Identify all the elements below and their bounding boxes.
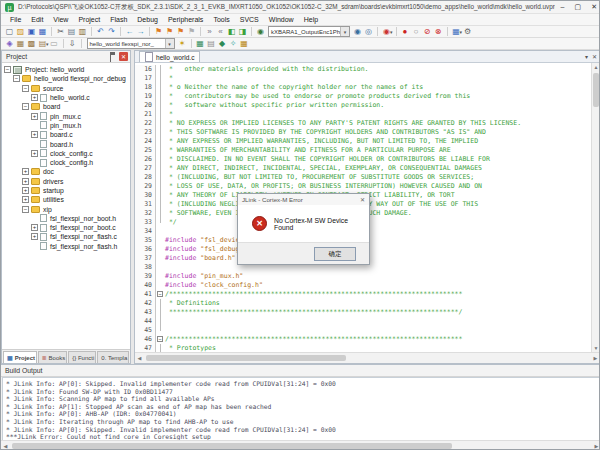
ok-button[interactable]: 确定 [314, 247, 356, 261]
tree-item-hello-world-c[interactable]: +hello_world.c [2, 93, 130, 102]
tree-expander-collapse-icon[interactable]: − [22, 206, 29, 213]
menu-debug[interactable]: Debug [132, 16, 163, 23]
tree-expander-expand-icon[interactable]: + [22, 196, 29, 203]
editor-horizontal-scrollbar[interactable]: ◀ ▶ [135, 352, 600, 363]
symbol-search-combo[interactable]: kXBARA1_OutputEnc1Ph▾ [268, 26, 350, 37]
paste-icon[interactable]: ▥ [77, 27, 88, 37]
panel-tab-0-templa[interactable]: 0. Templa [97, 351, 129, 363]
chevron-down-icon[interactable]: ▾ [340, 27, 349, 36]
kill-all-breakpoints-icon[interactable]: ⊗ [433, 27, 444, 37]
indent-icon[interactable]: » [204, 27, 215, 37]
tree-expander-collapse-icon[interactable]: − [13, 75, 20, 82]
tree-expander-collapse-icon[interactable]: − [22, 103, 29, 110]
menu-file[interactable]: File [5, 16, 26, 23]
tree-item-project-hello-world[interactable]: −Project: hello_world [2, 65, 130, 74]
manage-project-items-icon[interactable]: ▤ [206, 39, 217, 49]
panel-tab-functi[interactable]: {} Functi [68, 351, 96, 363]
tree-item-pin-mux-h[interactable]: pin_mux.h [2, 121, 130, 130]
download-icon[interactable]: ⇩ [67, 39, 78, 49]
disable-all-breakpoints-icon[interactable]: ⊘ [422, 27, 433, 37]
tree-expander-expand-icon[interactable]: + [31, 113, 38, 120]
editor-tab-hello-world-c[interactable]: hello_world.c [139, 51, 200, 62]
rebuild-all-icon[interactable]: ▩ [26, 39, 37, 49]
pin-icon[interactable] [110, 52, 115, 62]
menu-flash[interactable]: Flash [105, 16, 132, 23]
tree-item-fsl-flexspi-nor-flash-c[interactable]: +fsl_flexspi_nor_flash.c [2, 232, 130, 241]
tree-item-xip[interactable]: −xip [2, 204, 130, 213]
configure-icon[interactable]: ⚙ [462, 27, 473, 37]
tree-item-clock-config-c[interactable]: +clock_config.c [2, 149, 130, 158]
save-icon[interactable]: ▣ [26, 27, 37, 37]
open-file-icon[interactable]: ▨ [15, 27, 26, 37]
tree-expander-expand-icon[interactable]: + [31, 150, 38, 157]
menu-window[interactable]: Window [264, 16, 299, 23]
incremental-find-icon[interactable]: ◎ [363, 27, 374, 37]
undo-icon[interactable]: ↶ [95, 27, 106, 37]
bookmark-clear-all-icon[interactable]: ⚑ [186, 27, 197, 37]
tree-item-doc[interactable]: +doc [2, 167, 130, 176]
tree-expander-expand-icon[interactable]: + [22, 178, 29, 185]
redo-icon[interactable]: ↷ [106, 27, 117, 37]
editor-vertical-scrollbar[interactable]: ▲ ▼ [591, 63, 600, 352]
tree-item-utilities[interactable]: +utilities [2, 195, 130, 204]
scroll-left-icon[interactable]: ◀ [1, 443, 10, 449]
scroll-right-icon[interactable]: ▶ [591, 355, 600, 361]
scroll-left-icon[interactable]: ◀ [135, 355, 144, 361]
uncomment-icon[interactable]: ◨ [237, 27, 248, 37]
fold-gutter[interactable]: − [156, 335, 165, 344]
tree-expander-collapse-icon[interactable]: − [22, 85, 29, 92]
save-all-icon[interactable]: ▦ [37, 27, 48, 37]
menu-project[interactable]: Project [73, 16, 105, 23]
menu-help[interactable]: Help [299, 16, 323, 23]
horizontal-scroll-thumb[interactable] [146, 355, 346, 361]
project-panel-close-icon[interactable]: ✕ [119, 52, 128, 61]
comment-icon[interactable]: ◧ [226, 27, 237, 37]
tree-expander-expand-icon[interactable]: + [31, 224, 38, 231]
tree-item-clock-config-h[interactable]: clock_config.h [2, 158, 130, 167]
bookmark-next-icon[interactable]: ⚑ [175, 27, 186, 37]
stop-build-icon[interactable]: ▭ [49, 39, 60, 49]
horizontal-scroll-thumb[interactable] [12, 443, 452, 449]
tree-item-source[interactable]: −source [2, 84, 130, 93]
menu-edit[interactable]: Edit [26, 16, 48, 23]
tree-item-board-h[interactable]: board.h [2, 139, 130, 148]
fold-collapse-icon[interactable]: − [157, 291, 163, 297]
tree-item-hello-world-flexspi-nor-debug[interactable]: −hello_world flexspi_nor_debug [2, 74, 130, 83]
tree-item-fsl-flexspi-nor-flash-h[interactable]: fsl_flexspi_nor_flash.h [2, 242, 130, 251]
tree-item-startup[interactable]: +startup [2, 186, 130, 195]
find-icon[interactable]: ◉ [352, 27, 363, 37]
minimize-button[interactable]: – [561, 3, 565, 11]
target-select-combo[interactable]: hello_world flexspi_nor_▾ [87, 38, 175, 49]
tree-expander-expand-icon[interactable]: + [22, 168, 29, 175]
bookmark-toggle-icon[interactable]: ⚑ [153, 27, 164, 37]
vertical-scroll-thumb[interactable] [593, 73, 599, 107]
scroll-right-icon[interactable]: ▶ [592, 443, 600, 449]
cut-icon[interactable]: ✂ [55, 27, 66, 37]
fold-collapse-icon[interactable]: − [157, 336, 163, 342]
build-output-horizontal-scrollbar[interactable]: ◀ ▶ [1, 440, 600, 450]
start-stop-debug-icon-dropdown[interactable]: ▾ [390, 29, 393, 35]
translate-file-icon[interactable]: ◈ [4, 39, 15, 49]
nav-back-icon[interactable]: ← [124, 27, 135, 37]
find-in-files-icon[interactable]: ◉ [255, 27, 266, 37]
nav-forward-icon[interactable]: → [135, 27, 146, 37]
tree-expander-expand-icon[interactable]: + [22, 187, 29, 194]
tree-expander-expand-icon[interactable]: + [31, 131, 38, 138]
manage-runtime-environment-icon[interactable]: ▦ [195, 39, 206, 49]
tree-item-fsl-flexspi-nor-boot-c[interactable]: +fsl_flexspi_nor_boot.c [2, 223, 130, 232]
tree-expander-expand-icon[interactable]: + [31, 94, 38, 101]
flash-erase-icon[interactable]: ✧ [228, 39, 239, 49]
scroll-up-icon[interactable]: ▲ [594, 63, 599, 71]
menu-tools[interactable]: Tools [208, 16, 234, 23]
enable-disable-breakpoint-icon[interactable]: ○ [411, 27, 422, 37]
panel-tab-books[interactable]: ≣Books [38, 351, 68, 363]
new-file-icon[interactable]: ▢ [4, 27, 15, 37]
tree-item-fsl-flexspi-nor-boot-h[interactable]: fsl_flexspi_nor_boot.h [2, 214, 130, 223]
menu-peripherals[interactable]: Peripherals [163, 16, 208, 23]
tree-expander-collapse-icon[interactable]: − [4, 66, 11, 73]
fold-gutter[interactable]: − [156, 290, 165, 299]
chevron-down-icon[interactable]: ▾ [165, 39, 174, 48]
pack-installer-icon[interactable]: ▦ [239, 39, 250, 49]
copy-icon[interactable]: ▤ [66, 27, 77, 37]
tree-expander-expand-icon[interactable]: + [31, 233, 38, 240]
